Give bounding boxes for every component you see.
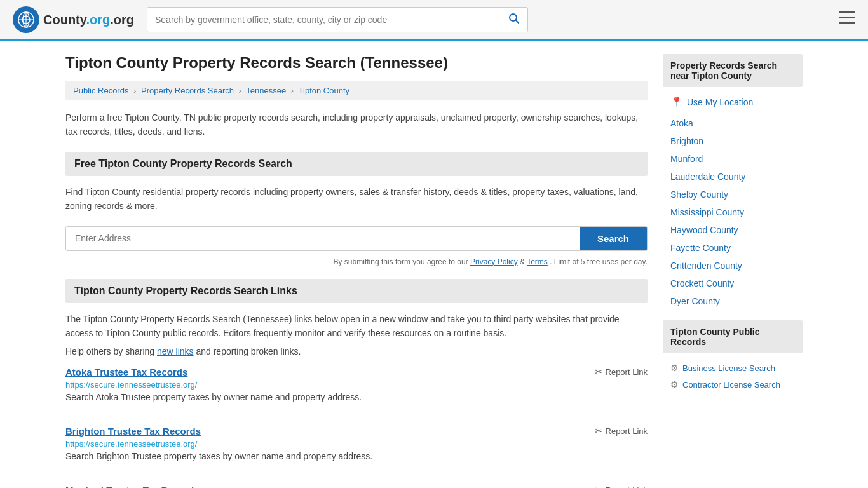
breadcrumb-tipton-county[interactable]: Tipton County	[299, 86, 349, 95]
form-note-suffix: . Limit of 5 free uses per day.	[550, 257, 648, 266]
breadcrumb-tennessee[interactable]: Tennessee	[246, 86, 286, 95]
link-item-atoka: Atoka Trustee Tax Records ✂ Report Link …	[65, 367, 648, 414]
link-url-atoka: https://secure.tennesseetrustee.org/	[65, 380, 648, 390]
logo-text: County.org.org	[43, 13, 134, 27]
sidebar-link-mississippi[interactable]: Mississippi County	[663, 203, 803, 221]
free-search-description: Find Tipton County residential property …	[65, 185, 648, 214]
link-desc-atoka: Search Atoka Trustee property taxes by o…	[65, 392, 648, 402]
menu-icon[interactable]	[839, 11, 855, 28]
report-link-brighton[interactable]: ✂ Report Link	[595, 426, 648, 436]
sidebar-link-lauderdale[interactable]: Lauderdale County	[663, 168, 803, 186]
location-icon: 📍	[670, 96, 683, 108]
header-search-input[interactable]	[147, 8, 501, 32]
header-search-button[interactable]	[501, 8, 527, 32]
terms-link[interactable]: Terms	[527, 257, 548, 266]
sidebar-link-shelby[interactable]: Shelby County	[663, 186, 803, 203]
free-search-header: Free Tipton County Property Records Sear…	[65, 152, 648, 176]
breadcrumb: Public Records › Property Records Search…	[65, 81, 648, 100]
share-note-prefix: Help others by sharing	[65, 346, 157, 356]
form-note: By submitting this form you agree to our…	[65, 257, 648, 266]
gear-icon-business: ⚙	[670, 363, 679, 373]
breadcrumb-public-records[interactable]: Public Records	[73, 86, 128, 95]
link-title-brighton[interactable]: Brighton Trustee Tax Records	[65, 426, 201, 437]
site-header: County.org.org	[0, 0, 868, 41]
content-area: Tipton County Property Records Search (T…	[65, 54, 648, 488]
page-description: Perform a free Tipton County, TN public …	[65, 111, 648, 139]
sidebar-business-license[interactable]: ⚙ Business License Search	[663, 360, 803, 376]
svg-rect-9	[839, 22, 855, 24]
report-link-atoka[interactable]: ✂ Report Link	[595, 367, 648, 377]
svg-rect-8	[839, 17, 855, 18]
link-desc-brighton: Search Brighton Trustee property taxes b…	[65, 451, 648, 461]
gear-icon-contractor: ⚙	[670, 379, 679, 390]
address-search-button[interactable]: Search	[580, 227, 647, 250]
logo-link[interactable]: County.org.org	[13, 6, 134, 33]
share-note-suffix: and reporting broken links.	[196, 346, 301, 356]
sidebar-link-atoka[interactable]: Atoka	[663, 114, 803, 132]
link-item-header-atoka: Atoka Trustee Tax Records ✂ Report Link	[65, 367, 648, 377]
main-container: Tipton County Property Records Search (T…	[53, 41, 815, 488]
links-description: The Tipton County Property Records Searc…	[65, 312, 648, 341]
sidebar-public-title: Tipton County Public Records	[663, 320, 803, 353]
use-my-location[interactable]: 📍 Use My Location	[663, 93, 803, 111]
sidebar-link-munford[interactable]: Munford	[663, 150, 803, 168]
use-location-label: Use My Location	[687, 97, 753, 107]
sidebar-contractor-license[interactable]: ⚙ Contractor License Search	[663, 376, 803, 393]
link-title-atoka[interactable]: Atoka Trustee Tax Records	[65, 367, 187, 377]
sidebar-link-crockett[interactable]: Crockett County	[663, 274, 803, 292]
sidebar-link-dyer[interactable]: Dyer County	[663, 292, 803, 310]
form-note-prefix: By submitting this form you agree to our	[334, 257, 470, 266]
link-title-munford[interactable]: Munford Trustee Tax Records	[65, 485, 200, 488]
link-item-munford: Munford Trustee Tax Records ✂ Report Lin…	[65, 485, 648, 488]
link-item-header-munford: Munford Trustee Tax Records ✂ Report Lin…	[65, 485, 648, 488]
form-note-and: &	[520, 257, 527, 266]
report-link-munford[interactable]: ✂ Report Link	[595, 485, 648, 488]
new-links-link[interactable]: new links	[157, 346, 194, 356]
report-icon-atoka: ✂	[595, 367, 602, 377]
header-search-bar	[147, 7, 528, 32]
svg-line-6	[515, 20, 519, 24]
privacy-policy-link[interactable]: Privacy Policy	[470, 257, 518, 266]
link-url-brighton: https://secure.tennesseetrustee.org/	[65, 439, 648, 449]
sidebar-link-haywood[interactable]: Haywood County	[663, 221, 803, 239]
address-search-input[interactable]	[66, 227, 580, 250]
logo-icon	[13, 6, 39, 33]
sidebar-link-fayette[interactable]: Fayette County	[663, 239, 803, 257]
link-item-brighton: Brighton Trustee Tax Records ✂ Report Li…	[65, 426, 648, 473]
sidebar: Property Records Search near Tipton Coun…	[663, 54, 803, 488]
svg-rect-7	[839, 11, 855, 13]
report-icon-brighton: ✂	[595, 426, 602, 436]
page-title: Tipton County Property Records Search (T…	[65, 54, 648, 72]
link-item-header-brighton: Brighton Trustee Tax Records ✂ Report Li…	[65, 426, 648, 437]
sidebar-nearby-title: Property Records Search near Tipton Coun…	[663, 54, 803, 87]
sidebar-link-brighton[interactable]: Brighton	[663, 132, 803, 150]
breadcrumb-property-records-search[interactable]: Property Records Search	[141, 86, 234, 95]
share-note: Help others by sharing new links and rep…	[65, 346, 648, 356]
links-section-header: Tipton County Property Records Search Li…	[65, 279, 648, 303]
address-search-form: Search	[65, 226, 648, 251]
report-icon-munford: ✂	[595, 485, 602, 488]
sidebar-link-crittenden[interactable]: Crittenden County	[663, 257, 803, 274]
